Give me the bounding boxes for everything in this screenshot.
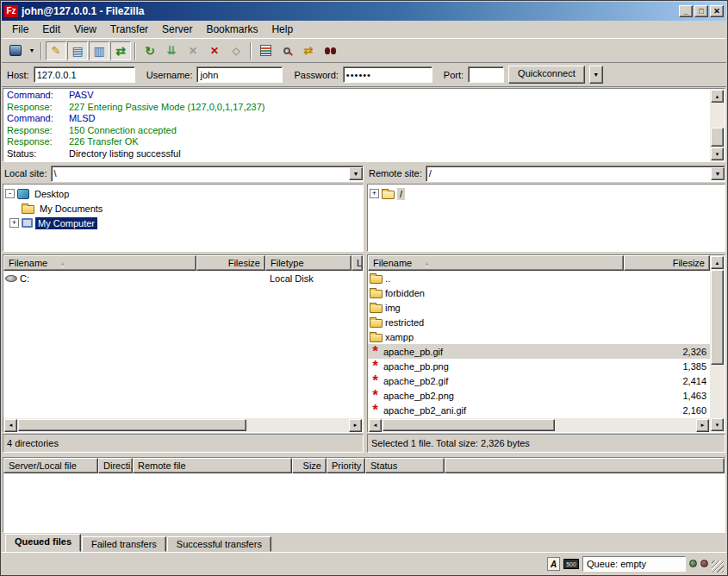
scrollbar-thumb[interactable]: [711, 128, 724, 147]
process-queue-button[interactable]: ⇊: [161, 41, 182, 60]
folder-icon: [370, 334, 383, 342]
scroll-right-icon[interactable]: ►: [349, 419, 362, 432]
filter-button[interactable]: [277, 41, 297, 60]
expand-icon[interactable]: +: [370, 189, 379, 198]
remote-pane: Remote site: / ▼ + /: [367, 164, 725, 453]
cancel-operation-button[interactable]: ✕: [183, 41, 203, 60]
filezilla-logo-icon: Fz: [4, 5, 18, 17]
local-pane: Local site: \ ▼ - Desktop My Documents: [3, 164, 364, 453]
column-header-status[interactable]: Status: [365, 458, 445, 473]
column-header-filesize[interactable]: Filesize: [196, 255, 265, 271]
scroll-up-icon[interactable]: ▲: [711, 256, 724, 269]
column-header-filetype[interactable]: Filetype: [265, 255, 352, 271]
tab-successful-transfers[interactable]: Successful transfers: [167, 536, 271, 552]
scrollbar-thumb[interactable]: [383, 419, 555, 431]
scroll-left-icon[interactable]: ◄: [4, 419, 17, 432]
reconnect-button[interactable]: ◇: [226, 41, 246, 60]
site-manager-icon: [9, 45, 22, 56]
remote-vertical-scrollbar[interactable]: ▲ ▼: [710, 255, 725, 432]
menu-bookmarks[interactable]: Bookmarks: [199, 21, 264, 38]
find-files-button[interactable]: [320, 41, 340, 60]
folder-icon: [370, 290, 383, 298]
tree-item-root[interactable]: + /: [370, 186, 723, 201]
table-row[interactable]: C: Local Disk: [3, 271, 363, 285]
directory-comparison-button[interactable]: [255, 41, 276, 60]
log-scrollbar[interactable]: ▲ ▼: [710, 89, 725, 161]
toggle-local-tree-button[interactable]: ▤: [67, 41, 88, 60]
column-header-filename[interactable]: Filename ▲: [3, 255, 196, 271]
table-row[interactable]: *apache_pb2.gif 2,414: [368, 373, 710, 388]
disconnect-button[interactable]: ✕: [204, 41, 225, 60]
port-input[interactable]: [468, 66, 504, 83]
column-header-direction[interactable]: Directi...: [98, 458, 133, 473]
tree-item-desktop[interactable]: - Desktop: [5, 186, 361, 201]
scroll-down-icon[interactable]: ▼: [711, 147, 724, 160]
table-row[interactable]: forbidden: [368, 285, 710, 300]
scroll-right-icon[interactable]: ►: [696, 419, 709, 432]
close-button[interactable]: ✕: [710, 5, 724, 17]
chevron-down-icon[interactable]: ▼: [711, 167, 725, 180]
column-header-filename[interactable]: Filename ▲: [368, 255, 624, 271]
local-horizontal-scrollbar[interactable]: ◄ ►: [3, 418, 363, 432]
password-input[interactable]: [343, 66, 432, 83]
column-header-remote-file[interactable]: Remote file: [133, 458, 292, 473]
refresh-button[interactable]: ↻: [140, 41, 160, 60]
scroll-left-icon[interactable]: ◄: [369, 419, 382, 432]
menu-help[interactable]: Help: [264, 21, 300, 38]
menu-transfer[interactable]: Transfer: [103, 21, 155, 38]
host-input[interactable]: [34, 66, 135, 83]
site-manager-dropdown[interactable]: ▼: [27, 41, 37, 60]
minimize-button[interactable]: _: [679, 5, 693, 17]
collapse-icon[interactable]: -: [5, 189, 15, 198]
column-header-filesize[interactable]: Filesize: [624, 255, 710, 271]
table-row[interactable]: ..: [368, 271, 710, 285]
resize-grip[interactable]: [712, 560, 724, 573]
synchronized-browsing-button[interactable]: ⇄: [298, 41, 319, 60]
remote-list-rows: .. forbidden img: [368, 271, 710, 418]
table-row[interactable]: *apache_pb.png 1,385: [368, 359, 710, 373]
tree-item-my-documents[interactable]: My Documents: [5, 201, 361, 216]
toggle-transfer-queue-button[interactable]: ⇄: [110, 41, 131, 60]
local-site-combo[interactable]: \ ▼: [51, 166, 364, 182]
scrollbar-thumb[interactable]: [18, 419, 246, 431]
filezilla-window: Fz john@127.0.0.1 - FileZilla _ □ ✕ File…: [0, 0, 728, 576]
data-type-indicator-icon[interactable]: A: [547, 557, 560, 571]
username-input[interactable]: [196, 66, 283, 83]
menu-view[interactable]: View: [67, 21, 103, 38]
table-row[interactable]: xampp: [368, 329, 710, 344]
quickconnect-dropdown[interactable]: ▼: [589, 66, 603, 84]
menu-server[interactable]: Server: [155, 21, 199, 38]
table-row-selected[interactable]: *apache_pb.gif 2,326: [368, 344, 710, 359]
toggle-message-log-button[interactable]: ✎: [46, 41, 66, 60]
table-row[interactable]: restricted: [368, 315, 710, 329]
scroll-up-icon[interactable]: ▲: [711, 90, 724, 103]
column-header-empty: [445, 458, 725, 473]
scrollbar-thumb[interactable]: [711, 270, 724, 365]
tab-failed-transfers[interactable]: Failed transfers: [82, 536, 166, 552]
remote-site-combo[interactable]: / ▼: [426, 166, 725, 182]
log-line: Command:MLSD: [7, 113, 706, 125]
toolbar: ▼ ✎ ▤ ▥ ⇄ ↻ ⇊ ✕ ✕ ◇ ⇄: [2, 39, 726, 62]
log-line: Response:150 Connection accepted: [7, 125, 706, 137]
site-manager-button[interactable]: [5, 41, 26, 60]
table-row[interactable]: *apache_pb2.png 1,463: [368, 388, 710, 403]
scroll-down-icon[interactable]: ▼: [711, 418, 724, 431]
menu-edit[interactable]: Edit: [35, 21, 67, 38]
maximize-button[interactable]: □: [694, 5, 708, 17]
column-header-last-modified[interactable]: L: [352, 255, 363, 271]
column-header-size[interactable]: Size: [292, 458, 327, 473]
host-label: Host:: [7, 70, 29, 80]
table-row[interactable]: img: [368, 300, 710, 315]
expand-icon[interactable]: +: [9, 218, 19, 228]
column-header-priority[interactable]: Priority: [327, 458, 365, 473]
table-row[interactable]: *apache_pb2_ani.gif 2,160: [368, 403, 710, 417]
remote-horizontal-scrollbar[interactable]: ◄ ►: [368, 418, 710, 432]
toggle-remote-tree-button[interactable]: ▥: [89, 41, 109, 60]
quickconnect-button[interactable]: Quickconnect: [508, 66, 585, 84]
menu-file[interactable]: File: [5, 21, 35, 38]
tab-queued-files[interactable]: Queued files: [5, 534, 81, 552]
column-header-server-local-file[interactable]: Server/Local file: [3, 458, 98, 473]
chevron-down-icon[interactable]: ▼: [349, 167, 363, 180]
speed-limit-icon[interactable]: 500: [563, 559, 579, 569]
tree-item-my-computer[interactable]: + My Computer: [5, 216, 361, 230]
